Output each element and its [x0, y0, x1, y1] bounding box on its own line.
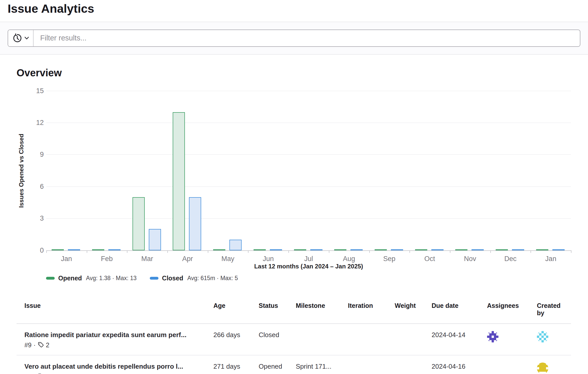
- issue-cell: Ratione impedit pariatur expedita sunt e…: [17, 324, 213, 355]
- x-axis-tick: [490, 250, 491, 253]
- col-header-age: Age: [213, 297, 259, 316]
- x-tick-label-sep-8: Sep: [369, 255, 410, 263]
- gridline-y-3: [46, 218, 571, 219]
- x-axis-tick: [369, 250, 370, 253]
- legend-stats-opened: Avg: 1.38 · Max: 13: [86, 275, 137, 282]
- due-date-cell: 2024-04-16: [432, 355, 487, 374]
- created-by-avatar-row2[interactable]: [537, 363, 548, 374]
- x-axis-title: Last 12 months (Jan 2024 – Jan 2025): [46, 263, 571, 270]
- milestone-cell: Sprint 171...: [296, 355, 348, 374]
- bar-closed-aug-7: [350, 249, 363, 250]
- x-tick-label-nov-10: Nov: [450, 255, 490, 263]
- col-header-created-by: Created by: [537, 297, 571, 323]
- x-tick-label-jul-6: Jul: [288, 255, 329, 263]
- bar-closed-jan-0: [68, 249, 80, 250]
- legend-swatch-closed: [150, 277, 158, 280]
- x-axis-tick: [87, 250, 87, 253]
- created-by-cell: [537, 355, 571, 374]
- col-header-weight: Weight: [395, 297, 432, 316]
- bar-closed-sep-8: [391, 249, 403, 250]
- issue-ref: #9: [24, 341, 32, 349]
- issue-title-link[interactable]: Ratione impedit pariatur expedita sunt e…: [24, 331, 211, 339]
- bar-closed-oct-9: [431, 249, 444, 250]
- overview-heading: Overview: [17, 67, 588, 79]
- issues-chart: Issues Opened vs Closed 03691215JanFebMa…: [0, 81, 588, 285]
- legend-swatch-opened: [46, 277, 55, 280]
- bar-closed-jul-6: [310, 249, 322, 250]
- label-count: 2: [46, 341, 49, 349]
- x-tick-label-jan-0: Jan: [46, 255, 87, 263]
- filter-history-button[interactable]: [8, 30, 34, 46]
- y-tick-label-0: 0: [21, 246, 44, 254]
- legend-item-opened: Opened Avg: 1.38 · Max: 13: [46, 275, 137, 282]
- gridline-y-12: [46, 123, 571, 123]
- bar-opened-aug-7: [334, 249, 346, 250]
- gridline-y-9: [46, 154, 571, 155]
- bar-closed-feb-1: [108, 249, 121, 250]
- x-tick-label-aug-7: Aug: [329, 255, 369, 263]
- bar-opened-nov-10: [455, 249, 467, 250]
- bar-opened-jul-6: [294, 249, 306, 250]
- weight-cell: [395, 355, 432, 369]
- labels-icon: [38, 342, 44, 348]
- x-tick-label-jun-5: Jun: [248, 255, 288, 263]
- issue-meta: #9·2: [24, 373, 211, 374]
- status-cell: Closed: [259, 324, 296, 345]
- y-tick-label-12: 12: [21, 119, 44, 127]
- y-axis-title: Issues Opened vs Closed: [18, 134, 25, 208]
- x-axis-tick: [329, 250, 329, 253]
- bar-opened-may-4: [213, 249, 225, 250]
- x-axis-tick: [409, 250, 410, 253]
- x-tick-label-oct-9: Oct: [409, 255, 450, 263]
- y-tick-label-6: 6: [21, 182, 44, 190]
- issue-cell: Vero aut placeat unde debitis repellendu…: [17, 355, 213, 374]
- x-tick-label-dec-11: Dec: [490, 255, 531, 263]
- assignee-avatar-row1[interactable]: [487, 331, 498, 342]
- bar-opened-oct-9: [415, 249, 427, 250]
- legend-item-closed: Closed Avg: 615m · Max: 5: [150, 275, 238, 282]
- bar-closed-mar-2: [149, 229, 161, 250]
- milestone-cell: [296, 324, 348, 337]
- table-header-row: Issue Age Status Milestone Iteration Wei…: [17, 297, 571, 324]
- col-header-status: Status: [259, 297, 296, 316]
- col-header-milestone: Milestone: [296, 297, 348, 316]
- y-tick-label-9: 9: [21, 151, 44, 159]
- x-axis-tick: [167, 250, 168, 253]
- bar-closed-jun-5: [270, 249, 282, 250]
- x-axis-tick: [531, 250, 531, 253]
- x-axis-tick: [571, 250, 571, 253]
- bar-opened-jun-5: [254, 249, 266, 250]
- iteration-cell: [348, 355, 395, 369]
- gridline-y-15: [46, 91, 571, 91]
- x-axis-tick: [127, 250, 127, 253]
- bar-opened-apr-3: [173, 112, 185, 250]
- age-cell: 271 days: [213, 355, 259, 374]
- assignees-cell: [487, 355, 537, 369]
- col-header-due-date: Due date: [432, 297, 487, 316]
- x-axis-tick: [450, 250, 450, 253]
- x-tick-label-may-4: May: [208, 255, 248, 263]
- created-by-cell: [537, 324, 571, 350]
- col-header-assignees: Assignees: [487, 297, 537, 316]
- page-title: Issue Analytics: [8, 2, 588, 15]
- x-tick-label-mar-2: Mar: [127, 255, 167, 263]
- bar-closed-dec-11: [512, 249, 524, 250]
- x-tick-label-apr-3: Apr: [167, 255, 208, 263]
- assignees-cell: [487, 324, 537, 350]
- weight-cell: [395, 324, 432, 337]
- x-tick-label-jan-12: Jan: [531, 255, 571, 263]
- legend-stats-closed: Avg: 615m · Max: 5: [187, 275, 238, 282]
- x-axis-tick: [248, 250, 248, 253]
- bar-opened-dec-11: [496, 249, 508, 250]
- issue-ref: #9: [24, 373, 32, 374]
- chart-legend: Opened Avg: 1.38 · Max: 13 Closed Avg: 6…: [46, 275, 238, 282]
- bar-opened-mar-2: [133, 197, 145, 250]
- table-row-2: Vero aut placeat unde debitis repellendu…: [17, 355, 571, 374]
- bar-closed-apr-3: [189, 197, 201, 250]
- iteration-cell: [348, 324, 395, 337]
- col-header-iteration: Iteration: [348, 297, 395, 316]
- issue-title-link[interactable]: Vero aut placeat unde debitis repellendu…: [24, 363, 211, 370]
- created-by-avatar-row1[interactable]: [537, 331, 548, 342]
- filter-results-input[interactable]: [34, 30, 580, 46]
- bar-closed-nov-10: [472, 249, 484, 250]
